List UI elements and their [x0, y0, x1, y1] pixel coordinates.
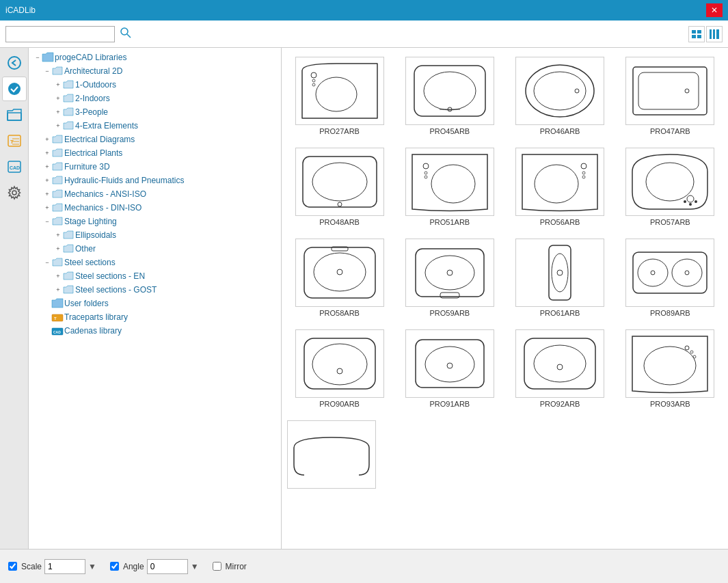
hydraulic-toggle[interactable]: + — [42, 176, 52, 185]
svg-point-34 — [575, 89, 579, 93]
tree-mechdin[interactable]: + Mechanics - DIN-ISO — [31, 201, 278, 215]
tree-userfolders[interactable]: + User folders — [31, 297, 278, 310]
outdoors-toggle[interactable]: + — [53, 80, 63, 90]
svg-point-41 — [431, 165, 475, 203]
tree-stagelighting[interactable]: − Stage Lighting — [31, 215, 278, 228]
mechansi-toggle[interactable]: + — [42, 189, 52, 199]
tree-mechansi[interactable]: + Mechanics - ANSI-ISO — [31, 187, 278, 201]
svg-text:CAD: CAD — [53, 330, 61, 334]
grid-item-label-PRO59ARB: PRO59ARB — [430, 309, 470, 317]
grid-item-PRO51ARB[interactable]: PRO51ARB — [397, 144, 502, 230]
tree-extra[interactable]: + 4-Extra Elements — [31, 119, 278, 133]
svg-rect-8 — [716, 29, 719, 39]
tree-cadenas[interactable]: + CAD Cadenas library — [31, 324, 278, 338]
grid-item-PRO92ARB[interactable]: PRO92ARB — [508, 326, 612, 411]
grid-item-PRO48ARB[interactable]: PRO48ARB — [287, 144, 392, 230]
grid-item-PRO46ARB[interactable]: PRO46ARB — [508, 53, 612, 139]
grid-view-button[interactable] — [706, 26, 723, 42]
search-input[interactable] — [5, 26, 115, 42]
scale-input[interactable] — [44, 559, 85, 574]
ellipsoidals-toggle[interactable]: + — [53, 230, 63, 240]
angle-item: Angle ▼ — [110, 559, 199, 574]
tree-hydraulic[interactable]: + Hydraulic-Fluids and Pneumatics — [31, 174, 278, 187]
trace-icon-btn[interactable]: T — [2, 128, 27, 153]
tree-root[interactable]: − progeCAD Libraries — [31, 51, 278, 64]
other-toggle[interactable]: + — [53, 244, 63, 254]
cad-icon-btn[interactable]: CAD — [2, 154, 27, 179]
stagelighting-toggle[interactable]: − — [42, 217, 52, 226]
tree-traceparts[interactable]: + T Traceparts library — [31, 310, 278, 324]
tree-people[interactable]: + 3-People — [31, 105, 278, 119]
svg-point-48 — [582, 176, 585, 178]
root-toggle[interactable]: − — [33, 53, 42, 62]
search-button[interactable] — [118, 26, 134, 42]
svg-rect-28 — [414, 66, 485, 116]
svg-point-51 — [689, 203, 692, 206]
folder-icon-btn[interactable] — [2, 103, 27, 127]
grid-item-img-PRO91ARB — [405, 329, 494, 398]
tree-elecplants[interactable]: + Electrical Plants — [31, 146, 278, 160]
tree-arch2d[interactable]: − Architectural 2D — [31, 64, 278, 78]
grid-item-PRO57ARB[interactable]: PRO57ARB — [618, 144, 723, 230]
indoors-toggle[interactable]: + — [53, 94, 63, 103]
grid-item-label-PRO46ARB: PRO46ARB — [540, 127, 580, 135]
tree-furn3d[interactable]: + Furniture 3D — [31, 160, 278, 174]
svg-point-79 — [644, 347, 696, 385]
grid-item-img-PRO46ARB — [515, 57, 604, 125]
angle-dropdown[interactable]: ▼ — [191, 562, 199, 571]
tree-elecdiag[interactable]: + Electrical Diagrams — [31, 133, 278, 146]
grid-item-PRO56ARB[interactable]: PRO56ARB — [508, 144, 612, 230]
grid-item-PRO90ARB[interactable]: PRO90ARB — [287, 326, 392, 411]
grid-item-img-PRO58ARB — [295, 239, 384, 307]
people-toggle[interactable]: + — [53, 107, 63, 117]
tree-outdoors[interactable]: + 1-Outdoors — [31, 78, 278, 92]
back-icon-btn[interactable] — [2, 51, 27, 75]
grid-item-PRO61ARB[interactable]: PRO61ARB — [508, 235, 612, 321]
grid-item-PRO45ARB[interactable]: PRO45ARB — [397, 53, 502, 139]
content-panel[interactable]: PRO27ARB PRO45ARB — [282, 48, 728, 549]
scale-dropdown[interactable]: ▼ — [88, 562, 96, 571]
mirror-checkbox[interactable] — [213, 562, 221, 571]
tree-indoors[interactable]: + 2-Indoors — [31, 92, 278, 105]
svg-rect-36 — [638, 72, 699, 109]
grid-item-PRO27ARB[interactable]: PRO27ARB — [287, 53, 392, 139]
arch2d-label: Architectural 2D — [64, 65, 122, 77]
tree-steelgost[interactable]: + Steel sections - GOST — [31, 283, 278, 297]
arch2d-icon — [52, 66, 63, 77]
tree-steelen[interactable]: + Steel sections - EN — [31, 269, 278, 283]
arch2d-toggle[interactable]: − — [42, 66, 52, 76]
steelsections-toggle[interactable]: − — [42, 258, 52, 267]
gear-icon-btn[interactable] — [2, 180, 27, 205]
grid-item-PRO89ARB[interactable]: PRO89ARB — [618, 235, 723, 321]
mirror-label: Mirror — [226, 562, 247, 571]
grid-item-img-PRO61ARB — [515, 239, 604, 307]
grid-item-partial[interactable] — [287, 417, 376, 492]
scale-checkbox[interactable] — [8, 562, 17, 571]
list-view-button[interactable] — [688, 26, 705, 42]
tree-ellipsoidals[interactable]: + Ellipsoidals — [31, 228, 278, 242]
steelen-toggle[interactable]: + — [53, 271, 63, 281]
grid-item-label-PRO48ARB: PRO48ARB — [319, 218, 360, 226]
tree-steelsections[interactable]: − Steel sections — [31, 256, 278, 269]
mechdin-toggle[interactable]: + — [42, 203, 52, 213]
extra-toggle[interactable]: + — [53, 121, 63, 131]
angle-input[interactable] — [147, 559, 188, 574]
grid-item-PRO47ARB[interactable]: PRO47ARB — [618, 53, 723, 139]
grid-item-PRO93ARB[interactable]: PRO93ARB — [618, 326, 723, 411]
furn3d-toggle[interactable]: + — [42, 162, 52, 172]
grid-item-label-PRO90ARB: PRO90ARB — [319, 400, 360, 408]
grid-item-PRO59ARB[interactable]: PRO59ARB — [397, 235, 502, 321]
tree-panel[interactable]: − progeCAD Libraries − Architectural 2D … — [29, 48, 282, 549]
steelgost-toggle[interactable]: + — [53, 285, 63, 295]
check-icon-btn[interactable] — [2, 77, 27, 101]
elecplants-toggle[interactable]: + — [42, 148, 52, 158]
tree-other[interactable]: + Other — [31, 242, 278, 256]
close-button[interactable]: ✕ — [706, 3, 723, 17]
elecdiag-toggle[interactable]: + — [42, 135, 52, 144]
grid-item-PRO91ARB[interactable]: PRO91ARB — [397, 326, 502, 411]
cadenas-icon: CAD — [52, 325, 63, 336]
grid-item-label-PRO51ARB: PRO51ARB — [430, 218, 470, 226]
angle-checkbox[interactable] — [110, 562, 119, 571]
grid-item-PRO58ARB[interactable]: PRO58ARB — [287, 235, 392, 321]
svg-point-47 — [582, 172, 585, 174]
